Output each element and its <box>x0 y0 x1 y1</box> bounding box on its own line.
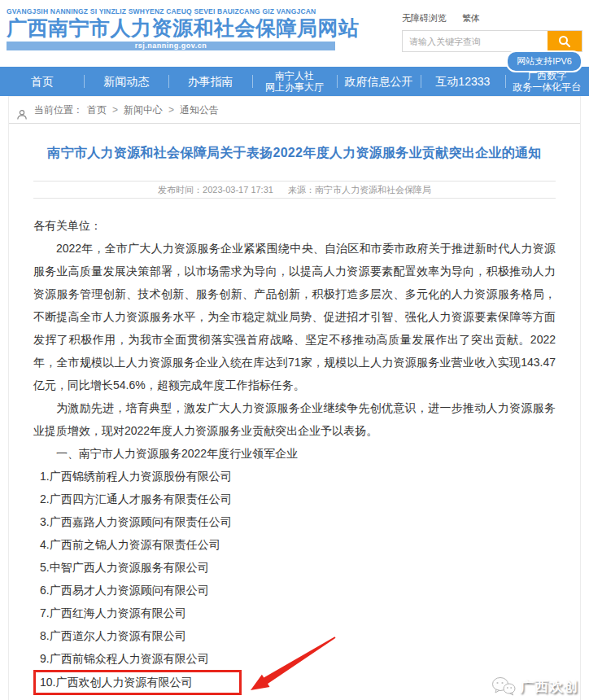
nav-item-interaction-12333[interactable]: 互动12333 <box>421 67 504 96</box>
main-nav: 首页 新闻动态 办事指南 南宁人社 网上办事大厅 政府信息公开 互动12333 … <box>0 67 589 96</box>
breadcrumb-notices[interactable]: 通知公告 <box>180 97 219 124</box>
content-container: 当前位置： 首页 > 新闻中心 > 通知公告 南宁市人力资源和社会保障局关于表扬… <box>8 96 581 700</box>
traditional-chinese-link[interactable]: 繁体 <box>462 13 480 23</box>
watermark-text: 广西欢创 <box>520 677 578 696</box>
nav-item-label: 互动12333 <box>435 75 490 89</box>
company-list-item: 2.广西四方汇通人才服务有限责任公司 <box>33 488 556 510</box>
accessibility-link[interactable]: 无障碍浏览 <box>402 13 447 23</box>
company-name: 10.广西欢创人力资源有限公司 <box>40 676 192 689</box>
nav-item-label: 新闻动态 <box>103 75 149 89</box>
breadcrumb-prefix: 当前位置： <box>34 97 83 124</box>
company-list-item-highlighted: 10.广西欢创人力资源有限公司 <box>33 670 556 695</box>
paragraph: 为激励先进，培育典型，激发广大人力资源服务企业继续争先创优意识，进一步推动人力资… <box>33 396 556 442</box>
nav-item-label: 政务一体化平台 <box>513 81 581 93</box>
nav-item-label: 网上办事大厅 <box>265 81 324 93</box>
breadcrumb-news-center[interactable]: 新闻中心 <box>124 97 163 124</box>
company-list-item: 3.广西嘉路人力资源顾问有限责任公司 <box>33 510 556 533</box>
nav-item-label: 首页 <box>31 75 54 89</box>
nav-item-label: 南宁人社 <box>275 70 314 81</box>
source-label: 来源： <box>288 185 315 195</box>
site-title: 广西南宁市人力资源和社会保障局网站 <box>7 16 335 40</box>
breadcrumb: 当前位置： 首页 > 新闻中心 > 通知公告 <box>9 97 580 124</box>
breadcrumb-separator: > <box>168 97 174 124</box>
company-list-item: 4.广西前之锦人力资源有限责任公司 <box>33 533 556 556</box>
breadcrumb-home[interactable]: 首页 <box>87 97 107 124</box>
search-box <box>402 30 582 52</box>
site-header: GVANGJSIH NANNINGZ SI YINZLIZ SWHYENZ CA… <box>0 0 589 67</box>
article-title: 南宁市人力资源和社会保障局关于表扬2022年度人力资源服务业贡献突出企业的通知 <box>33 145 556 162</box>
section-heading: 一、南宁市人力资源服务2022年度行业领军企业 <box>33 442 556 465</box>
nav-item-gov-info[interactable]: 政府信息公开 <box>337 67 421 96</box>
site-logo[interactable]: GVANGJSIH NANNINGZ SI YINZLIZ SWHYENZ CA… <box>7 7 335 50</box>
article-meta: 发布时间：2023-03-17 17:31来源：南宁市人力资源和社会保障局 <box>33 181 556 199</box>
breadcrumb-separator: > <box>112 97 118 124</box>
red-highlight-box: 10.广西欢创人力资源有限公司 <box>33 670 242 695</box>
search-input[interactable] <box>403 31 548 51</box>
site-url: rsj.nanning.gov.cn <box>7 42 335 50</box>
nav-item-news[interactable]: 新闻动态 <box>84 67 168 96</box>
nav-item-online-hall[interactable]: 南宁人社 网上办事大厅 <box>252 67 336 96</box>
company-list-item: 9.广西前锦众程人力资源有限公司 <box>33 647 556 670</box>
company-list-item: 1.广西锦绣前程人力资源股份有限公司 <box>33 465 556 488</box>
header-top-links: 无障碍浏览 繁体 <box>402 12 582 24</box>
company-list-item: 8.广西道尔人力资源有限公司 <box>33 624 556 647</box>
site-title-zhuang: GVANGJSIH NANNINGZ SI YINZLIZ SWHYENZ CA… <box>7 7 335 15</box>
nav-item-service-guide[interactable]: 办事指南 <box>168 67 252 96</box>
company-list-item: 7.广西红海人力资源有限公司 <box>33 602 556 624</box>
publish-time: 2023-03-17 17:31 <box>203 185 273 195</box>
nav-item-home[interactable]: 首页 <box>0 67 84 96</box>
watermark: 广西欢创 <box>491 676 578 696</box>
salutation: 各有关单位： <box>33 214 556 237</box>
search-button[interactable] <box>548 31 582 51</box>
nav-item-label: 办事指南 <box>188 75 233 89</box>
publish-time-label: 发布时间： <box>158 185 203 195</box>
search-icon <box>558 35 571 48</box>
company-list-item: 5.中智广西人力资源服务有限公司 <box>33 556 556 579</box>
source-value: 南宁市人力资源和社会保障局 <box>315 185 431 195</box>
paragraph: 2022年，全市广大人力资源服务企业紧紧围绕中央、自治区和市委市政府关于推进新时… <box>33 237 556 396</box>
ipv6-support-badge[interactable]: 网站支持IPV6 <box>506 50 582 72</box>
wechat-icon <box>491 676 516 696</box>
user-location-icon <box>16 104 28 116</box>
article-body: 各有关单位： 2022年，全市广大人力资源服务企业紧紧围绕中央、自治区和市委市政… <box>33 214 556 695</box>
company-list-item: 6.广西易才人力资源顾问有限公司 <box>33 579 556 602</box>
header-utilities: 无障碍浏览 繁体 网站支持IPV6 <box>402 12 582 52</box>
nav-item-label: 政府信息公开 <box>344 75 412 89</box>
article: 南宁市人力资源和社会保障局关于表扬2022年度人力资源服务业贡献突出企业的通知 … <box>9 145 580 695</box>
